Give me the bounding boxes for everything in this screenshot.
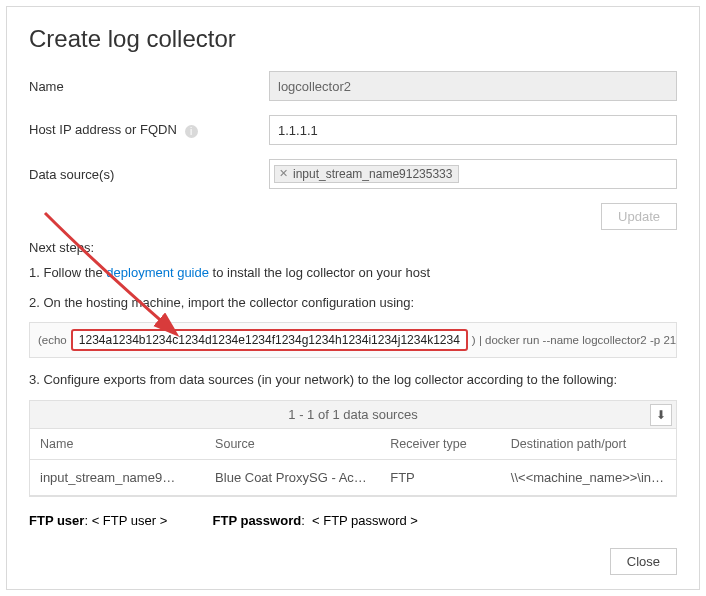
dialog-title: Create log collector	[29, 25, 677, 53]
command-pre: (echo	[38, 334, 67, 346]
name-row: Name	[29, 71, 677, 101]
col-name[interactable]: Name	[30, 429, 205, 460]
cell-source: Blue Coat ProxySG - Access l…	[205, 459, 380, 495]
command-post: ) | docker run --name logcollector2 -p 2…	[472, 334, 677, 346]
col-source[interactable]: Source	[205, 429, 380, 460]
col-dest[interactable]: Destination path/port	[501, 429, 676, 460]
col-receiver[interactable]: Receiver type	[380, 429, 501, 460]
command-token: 1234a1234b1234c1234d1234e1234f1234g1234h…	[71, 329, 468, 351]
table-summary: 1 - 1 of 1 data sources	[288, 407, 417, 422]
step-1: 1. Follow the deployment guide to instal…	[29, 263, 677, 283]
data-sources-table: 1 - 1 of 1 data sources ⬇ Name Source Re…	[29, 400, 677, 497]
step-3: 3. Configure exports from data sources (…	[29, 370, 677, 390]
data-sources-input[interactable]: ✕ input_stream_name91235333	[269, 159, 677, 189]
create-log-collector-dialog: Create log collector Name Host IP addres…	[6, 6, 700, 590]
step-2: 2. On the hosting machine, import the co…	[29, 293, 677, 313]
download-button[interactable]: ⬇	[650, 404, 672, 426]
cell-name: input_stream_name9…	[30, 459, 205, 495]
cell-receiver: FTP	[380, 459, 501, 495]
tag-label: input_stream_name91235333	[293, 167, 452, 181]
command-box[interactable]: (echo 1234a1234b1234c1234d1234e1234f1234…	[29, 322, 677, 358]
next-steps-heading: Next steps:	[29, 240, 677, 255]
close-button[interactable]: Close	[610, 548, 677, 575]
ftp-credentials: FTP user: < FTP user > FTP password: < F…	[29, 507, 677, 532]
name-input[interactable]	[269, 71, 677, 101]
host-label: Host IP address or FQDN i	[29, 122, 269, 137]
info-icon[interactable]: i	[185, 125, 198, 138]
deployment-guide-link[interactable]: deployment guide	[106, 265, 209, 280]
data-sources-label: Data source(s)	[29, 167, 269, 182]
cell-dest: \\<<machine_name>>\input_stre…	[501, 459, 676, 495]
host-row: Host IP address or FQDN i	[29, 115, 677, 145]
name-label: Name	[29, 79, 269, 94]
download-icon: ⬇	[656, 408, 666, 422]
data-source-tag[interactable]: ✕ input_stream_name91235333	[274, 165, 459, 183]
table-summary-bar: 1 - 1 of 1 data sources ⬇	[30, 401, 676, 429]
table-header-row: Name Source Receiver type Destination pa…	[30, 429, 676, 460]
update-button[interactable]: Update	[601, 203, 677, 230]
host-input[interactable]	[269, 115, 677, 145]
data-sources-row: Data source(s) ✕ input_stream_name912353…	[29, 159, 677, 189]
remove-tag-icon[interactable]: ✕	[279, 167, 288, 180]
table-row[interactable]: input_stream_name9… Blue Coat ProxySG - …	[30, 459, 676, 495]
